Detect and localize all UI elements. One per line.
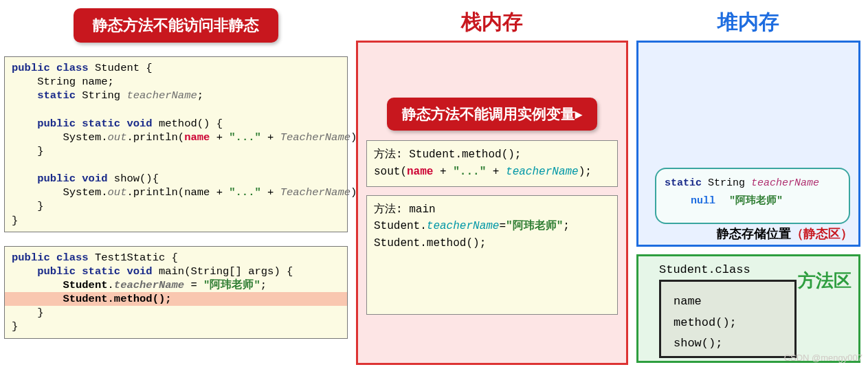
watermark: CSDN @mengy007 (784, 353, 863, 363)
class-field-name: name (674, 291, 782, 313)
static-label: 静态存储位置（静态区） (717, 225, 853, 242)
heap-title: 堆内存 (636, 8, 860, 36)
top-badge: 静态方法不能访问非静态 (74, 8, 278, 43)
stack-badge: 静态方法不能调用实例变量▶ (387, 98, 597, 131)
stack-frame-method: 方法: Student.method(); sout(name + "..." … (366, 140, 618, 187)
left-column: 静态方法不能访问非静态 public class Student { Strin… (4, 8, 348, 339)
stack-badge-wrap: 静态方法不能调用实例变量▶ (364, 98, 621, 131)
method-area-panel: 方法区 Student.class name method(); show(); (636, 254, 860, 363)
cursor-icon: ▶ (575, 109, 582, 120)
static-box: static String teacherName null"阿玮老师" (655, 168, 850, 224)
stack-panel: 静态方法不能调用实例变量▶ 方法: Student.method(); sout… (356, 41, 628, 365)
null-value: null (691, 195, 715, 207)
class-method: method(); (674, 313, 782, 334)
class-label: Student.class (659, 263, 750, 276)
heap-panel: static String teacherName null"阿玮老师" 静态存… (636, 41, 860, 247)
top-badge-wrap: 静态方法不能访问非静态 (4, 8, 348, 43)
code-student: public class Student { String name; stat… (4, 56, 348, 232)
stack-frame-main: 方法: main Student.teacherName="阿玮老师"; Stu… (366, 195, 618, 315)
class-show: show(); (674, 333, 782, 355)
stack-title: 栈内存 (356, 8, 628, 36)
class-box: name method(); show(); (659, 280, 797, 358)
method-area-title: 方法区 (798, 269, 852, 293)
code-test: public class Test1Static { public static… (4, 246, 348, 339)
teacher-value: "阿玮老师" (729, 195, 783, 207)
